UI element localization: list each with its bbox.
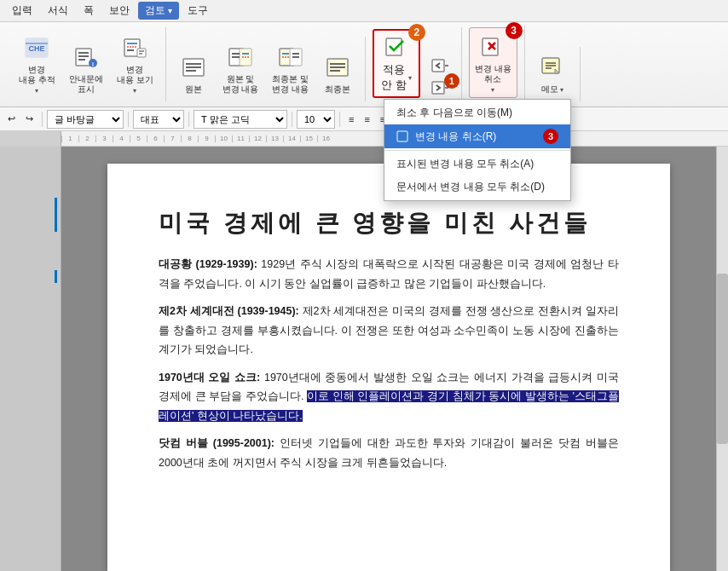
show-markup-icon: i <box>71 42 101 72</box>
svg-rect-13 <box>137 49 146 57</box>
toolbar-separator-1 <box>42 112 43 127</box>
svg-text:i: i <box>92 61 94 67</box>
show-markup-button[interactable]: i 안내문에 표시 <box>64 38 108 98</box>
memo-label: 메모 <box>541 84 558 95</box>
memo-icon <box>537 52 568 83</box>
page: 미국 경제에 큰 영향을 미친 사건들 대공황 (1929-1939): 192… <box>107 164 670 571</box>
menu-bar: 입력 서식 폭 보안 검토 도구 <box>0 0 728 22</box>
final-icon <box>322 52 353 83</box>
accept-arrow[interactable]: ▾ <box>408 74 412 82</box>
para-1: 대공황 (1929-1939): 1929년 주식 시장의 대폭락으로 시작된 … <box>159 255 619 293</box>
menu-security[interactable]: 보안 <box>102 2 136 20</box>
ribbon-group-reject: 3 변경 내용취소 ▾ <box>462 26 525 101</box>
svg-rect-36 <box>386 38 402 55</box>
dropdown-reject-all[interactable]: 문서에서 변경 내용 모두 취소(D) <box>384 176 570 199</box>
reject-arrow[interactable]: ▾ <box>491 86 494 94</box>
show-changes-button[interactable]: 변경 내용 보기 ▾ <box>112 29 159 98</box>
reject-change-icon <box>396 130 408 142</box>
ribbon-group-track: CHE 변경 내용 추적 ▾ i <box>7 27 166 101</box>
undo-button[interactable]: ↩ <box>3 112 20 126</box>
show-markup-label: 안내문에 표시 <box>69 74 103 95</box>
badge-2: 2 <box>408 24 425 41</box>
para-3-title: 1970년대 오일 쇼크: <box>159 372 260 384</box>
para-4-title: 닷컴 버블 (1995-2001): <box>159 437 274 449</box>
menu-review[interactable]: 검토 <box>138 2 179 20</box>
final-markup-label: 최종본 및 변경 내용 <box>272 74 309 95</box>
final-label: 최종본 <box>325 84 350 95</box>
final-markup-icon <box>275 42 306 72</box>
track-changes-arrow[interactable]: ▾ <box>35 87 38 95</box>
left-panel <box>0 147 61 571</box>
toolbar-separator-3 <box>188 112 189 127</box>
font-size-select[interactable]: 10 <box>297 110 335 129</box>
reject-label: 변경 내용취소 <box>475 64 511 84</box>
svg-rect-49 <box>397 131 407 141</box>
outline-select[interactable]: 대표 <box>133 110 184 129</box>
svg-rect-37 <box>432 60 444 72</box>
dropdown-reject-shown[interactable]: 표시된 변경 내용 모두 취소(A) <box>384 153 570 176</box>
menu-width[interactable]: 폭 <box>77 2 101 20</box>
ribbon-buttons-memo: 메모 ▾ <box>532 49 573 98</box>
accept-icon <box>384 34 409 62</box>
para-1-title: 대공황 (1929-1939): <box>159 258 257 270</box>
ribbon-group-apply: 2 적용 안 함 ▾ <box>366 27 462 101</box>
svg-text:CHE: CHE <box>29 44 45 53</box>
change-bar-1 <box>55 198 57 232</box>
dropdown-reject-change-label: 변경 내용 취소(R) <box>415 130 496 144</box>
ruler: 1 2 3 4 5 6 7 8 9 10 11 12 13 14 15 16 <box>0 131 728 147</box>
original-button[interactable]: 원본 <box>173 49 214 98</box>
track-changes-label: 변경 내용 추적 <box>19 65 55 85</box>
accept-label: 적용 안 함 <box>381 62 407 93</box>
doc-scroll[interactable]: 미국 경제에 큰 영향을 미친 사건들 대공황 (1929-1939): 192… <box>61 147 716 571</box>
show-changes-arrow[interactable]: ▾ <box>133 87 136 95</box>
ribbon-buttons-reject: 3 변경 내용취소 ▾ <box>469 27 517 98</box>
dropdown-menu: 최소 후 다음으로 이동(M) 변경 내용 취소(R) 3 표시된 변경 내용 … <box>384 99 571 201</box>
doc-area: 미국 경제에 큰 영향을 미친 사건들 대공황 (1929-1939): 192… <box>0 147 728 571</box>
ribbon-group-memo: 메모 ▾ <box>525 47 581 101</box>
font-select[interactable]: T 맑은 고딕 <box>194 110 287 129</box>
orig-markup-icon <box>225 42 256 72</box>
redo-button[interactable]: ↪ <box>21 112 38 126</box>
change-bar-2 <box>55 270 57 283</box>
reject-icon <box>477 32 508 62</box>
orig-markup-label: 원본 및 변경 내용 <box>222 74 259 95</box>
scrollbar-thumb[interactable] <box>717 274 728 443</box>
dropdown-move-next[interactable]: 최소 후 다음으로 이동(M) <box>384 101 570 124</box>
show-changes-label: 변경 내용 보기 <box>117 65 153 85</box>
align-center-button[interactable]: ≡ <box>360 112 373 126</box>
memo-arrow[interactable]: ▾ <box>560 86 563 94</box>
track-changes-icon: CHE <box>21 32 52 63</box>
orig-markup-button[interactable]: 원본 및 변경 내용 <box>217 38 264 98</box>
dropdown-divider <box>384 150 570 151</box>
menu-tools[interactable]: 도구 <box>181 2 215 20</box>
para-2-title: 제2차 세계대전 (1939-1945): <box>159 305 299 317</box>
vertical-scrollbar[interactable] <box>716 147 728 571</box>
svg-rect-39 <box>432 82 444 94</box>
para-3: 1970년대 오일 쇼크: 1970년대에 중동에서 발생한 오일 쇼크는 에너… <box>159 368 619 426</box>
ribbon: CHE 변경 내용 추적 ▾ i <box>0 22 728 107</box>
toolbar-separator-2 <box>128 112 129 127</box>
style-select[interactable]: 글 바탕글 <box>47 110 124 129</box>
original-label: 원본 <box>185 84 202 95</box>
menu-input[interactable]: 입력 <box>5 2 39 20</box>
toolbar: ↩ ↪ 글 바탕글 대표 T 맑은 고딕 10 ≡ ≡ ≡ ☰ <box>0 107 728 131</box>
show-changes-icon <box>119 32 150 63</box>
para-2: 제2차 세계대전 (1939-1945): 제2차 세계대전은 미국의 경제를 … <box>159 302 619 360</box>
align-left-button[interactable]: ≡ <box>344 112 358 126</box>
ribbon-buttons-apply: 2 적용 안 함 ▾ <box>373 29 454 98</box>
ribbon-buttons-view: 원본 원본 및 변경 내용 <box>173 38 359 98</box>
final-button[interactable]: 최종본 <box>317 49 358 98</box>
para-4: 닷컴 버블 (1995-2001): 인터넷 기업들에 대한 과도한 투자와 기… <box>159 434 619 472</box>
ribbon-group-view: 원본 원본 및 변경 내용 <box>166 37 367 101</box>
menu-format[interactable]: 서식 <box>41 2 75 20</box>
toolbar-separator-5 <box>339 112 340 127</box>
memo-button[interactable]: 메모 ▾ <box>532 49 573 98</box>
dropdown-reject-change[interactable]: 변경 내용 취소(R) 3 <box>384 124 570 148</box>
toolbar-separator-4 <box>292 112 292 127</box>
ribbon-buttons-track: CHE 변경 내용 추적 ▾ i <box>14 29 159 98</box>
prev-icon <box>431 58 450 73</box>
badge-1: 1 <box>444 73 459 89</box>
final-markup-button[interactable]: 최종본 및 변경 내용 <box>267 38 314 98</box>
document-title: 미국 경제에 큰 영향을 미친 사건들 <box>159 206 619 239</box>
track-changes-button[interactable]: CHE 변경 내용 추적 ▾ <box>14 29 61 98</box>
